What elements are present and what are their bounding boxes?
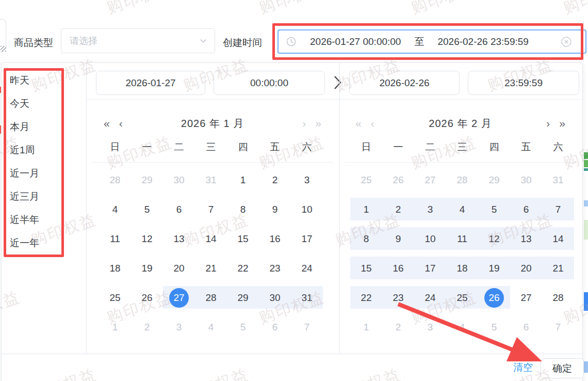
- calendar-day[interactable]: 21: [542, 253, 574, 283]
- calendar-day[interactable]: 8: [350, 224, 382, 253]
- calendar-day[interactable]: 28: [542, 283, 574, 312]
- calendar-day[interactable]: 2: [131, 312, 163, 342]
- calendar-day[interactable]: 13: [163, 224, 195, 253]
- calendar-day[interactable]: 14: [195, 224, 227, 253]
- calendar-day[interactable]: 29: [131, 165, 163, 195]
- calendar-day[interactable]: 1: [99, 312, 131, 342]
- calendar-day[interactable]: 30: [163, 165, 195, 195]
- calendar-day[interactable]: 3: [163, 312, 195, 342]
- confirm-button[interactable]: 确定: [541, 358, 584, 378]
- calendar-day[interactable]: 15: [227, 224, 259, 253]
- shortcut-item[interactable]: 昨天: [2, 69, 86, 92]
- calendar-day[interactable]: 6: [510, 195, 542, 224]
- shortcut-item[interactable]: 近一年: [2, 231, 86, 255]
- calendar-day[interactable]: 26: [131, 283, 163, 312]
- calendar-day[interactable]: 28: [99, 165, 131, 195]
- calendar-day[interactable]: 31: [542, 165, 574, 195]
- calendar-day[interactable]: 30: [510, 165, 542, 195]
- calendar-day[interactable]: 6: [163, 195, 195, 224]
- calendar-day[interactable]: 7: [542, 312, 574, 342]
- shortcut-item[interactable]: 近1周: [2, 138, 86, 162]
- shortcut-item[interactable]: 本月: [2, 115, 86, 138]
- calendar-day[interactable]: 17: [414, 253, 446, 283]
- shortcut-item[interactable]: 近半年: [2, 208, 86, 231]
- calendar-day[interactable]: 26: [382, 165, 414, 195]
- calendar-day[interactable]: 6: [259, 312, 291, 342]
- calendar-day[interactable]: 1: [227, 165, 259, 195]
- calendar-day[interactable]: 7: [542, 195, 574, 224]
- calendar-day[interactable]: 12: [131, 224, 163, 253]
- calendar-day[interactable]: 4: [446, 312, 478, 342]
- calendar-day[interactable]: 26: [478, 283, 510, 312]
- calendar-day[interactable]: 16: [382, 253, 414, 283]
- calendar-day[interactable]: 24: [291, 253, 323, 283]
- next-month-button[interactable]: ›: [542, 117, 554, 130]
- shortcut-item[interactable]: 近一月: [2, 162, 86, 185]
- calendar-day[interactable]: 1: [350, 195, 382, 224]
- calendar-day[interactable]: 2: [382, 312, 414, 342]
- calendar-day[interactable]: 3: [291, 165, 323, 195]
- prev-year-button[interactable]: «: [99, 117, 115, 130]
- calendar-day[interactable]: 29: [227, 283, 259, 312]
- calendar-day[interactable]: 23: [259, 253, 291, 283]
- calendar-day[interactable]: 15: [350, 253, 382, 283]
- calendar-day[interactable]: 31: [291, 283, 323, 312]
- calendar-day[interactable]: 28: [195, 283, 227, 312]
- date-range-input[interactable]: 2026-01-27 00:00:00 至 2026-02-26 23:59:5…: [277, 29, 586, 54]
- shortcut-item[interactable]: 今天: [2, 92, 86, 115]
- calendar-day[interactable]: 10: [414, 224, 446, 253]
- next-month-button[interactable]: ›: [298, 117, 311, 130]
- calendar-day[interactable]: 3: [414, 312, 446, 342]
- calendar-day[interactable]: 5: [131, 195, 163, 224]
- calendar-day[interactable]: 23: [382, 283, 414, 312]
- clear-circle-icon[interactable]: [561, 36, 572, 47]
- calendar-day[interactable]: 19: [478, 253, 510, 283]
- calendar-day[interactable]: 2: [382, 195, 414, 224]
- calendar-day[interactable]: 18: [99, 253, 131, 283]
- calendar-day[interactable]: 5: [478, 312, 510, 342]
- calendar-day[interactable]: 27: [163, 283, 195, 312]
- calendar-day[interactable]: 11: [99, 224, 131, 253]
- calendar-day[interactable]: 9: [259, 195, 291, 224]
- calendar-day[interactable]: 7: [195, 195, 227, 224]
- calendar-day[interactable]: 22: [227, 253, 259, 283]
- calendar-day[interactable]: 12: [478, 224, 510, 253]
- calendar-day[interactable]: 14: [542, 224, 574, 253]
- calendar-day[interactable]: 4: [446, 195, 478, 224]
- calendar-day[interactable]: 8: [227, 195, 259, 224]
- calendar-day[interactable]: 31: [195, 165, 227, 195]
- calendar-day[interactable]: 20: [510, 253, 542, 283]
- prev-year-button[interactable]: «: [351, 117, 366, 130]
- calendar-day[interactable]: 22: [350, 283, 382, 312]
- calendar-day[interactable]: 5: [478, 195, 510, 224]
- calendar-day[interactable]: 17: [291, 224, 323, 253]
- shortcut-item[interactable]: 近三月: [2, 185, 86, 208]
- calendar-day[interactable]: 1: [350, 312, 382, 342]
- calendar-day[interactable]: 3: [414, 195, 446, 224]
- calendar-day[interactable]: 6: [510, 312, 542, 342]
- calendar-day[interactable]: 28: [446, 165, 478, 195]
- calendar-day[interactable]: 7: [291, 312, 323, 342]
- calendar-day[interactable]: 25: [350, 165, 382, 195]
- calendar-day[interactable]: 10: [291, 195, 323, 224]
- calendar-day[interactable]: 30: [259, 283, 291, 312]
- calendar-day[interactable]: 4: [195, 312, 227, 342]
- next-year-button[interactable]: »: [554, 117, 570, 130]
- calendar-day[interactable]: 21: [195, 253, 227, 283]
- product-type-select[interactable]: 请选择: [61, 28, 215, 53]
- calendar-day[interactable]: 16: [259, 224, 291, 253]
- prev-month-button[interactable]: ‹: [366, 117, 379, 130]
- calendar-day[interactable]: 9: [382, 224, 414, 253]
- calendar-day[interactable]: 24: [414, 283, 446, 312]
- calendar-day[interactable]: 4: [99, 195, 131, 224]
- calendar-day[interactable]: 11: [446, 224, 478, 253]
- clear-button[interactable]: 清空: [513, 361, 533, 374]
- calendar-day[interactable]: 13: [510, 224, 542, 253]
- calendar-day[interactable]: 27: [414, 165, 446, 195]
- calendar-day[interactable]: 27: [510, 283, 542, 312]
- calendar-day[interactable]: 25: [446, 283, 478, 312]
- calendar-day[interactable]: 5: [227, 312, 259, 342]
- next-year-button[interactable]: »: [311, 117, 326, 130]
- calendar-day[interactable]: 29: [478, 165, 510, 195]
- calendar-day[interactable]: 20: [163, 253, 195, 283]
